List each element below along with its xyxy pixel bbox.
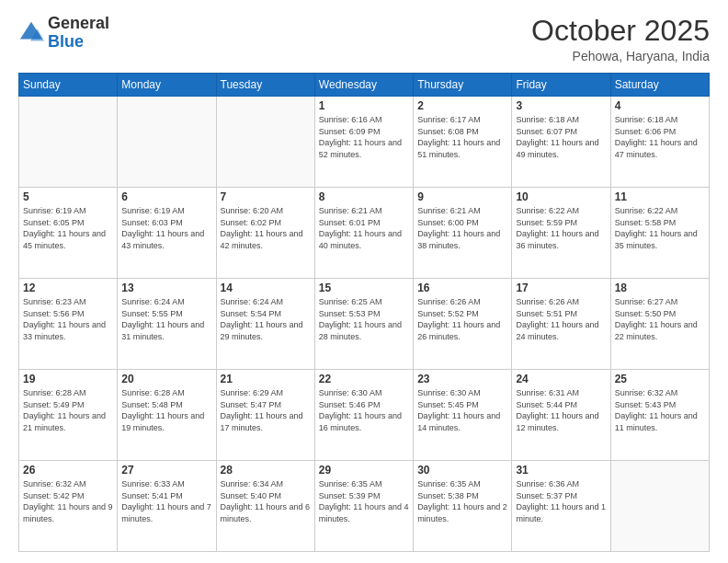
calendar-cell: 13Sunrise: 6:24 AMSunset: 5:55 PMDayligh… bbox=[118, 279, 216, 370]
day-info: Sunrise: 6:19 AMSunset: 6:03 PMDaylight:… bbox=[121, 205, 211, 251]
logo: General Blue bbox=[18, 15, 109, 52]
day-info: Sunrise: 6:28 AMSunset: 5:48 PMDaylight:… bbox=[121, 387, 211, 433]
day-number: 23 bbox=[417, 373, 507, 385]
calendar-cell: 2Sunrise: 6:17 AMSunset: 6:08 PMDaylight… bbox=[414, 97, 512, 188]
day-info: Sunrise: 6:24 AMSunset: 5:55 PMDaylight:… bbox=[121, 296, 211, 342]
calendar-cell: 5Sunrise: 6:19 AMSunset: 6:05 PMDaylight… bbox=[19, 188, 118, 279]
calendar-cell: 15Sunrise: 6:25 AMSunset: 5:53 PMDayligh… bbox=[314, 279, 413, 370]
day-number: 15 bbox=[319, 282, 409, 294]
week-row-1: 1Sunrise: 6:16 AMSunset: 6:09 PMDaylight… bbox=[19, 97, 710, 188]
calendar-cell: 29Sunrise: 6:35 AMSunset: 5:39 PMDayligh… bbox=[314, 461, 413, 552]
day-number: 3 bbox=[516, 99, 606, 112]
day-info: Sunrise: 6:35 AMSunset: 5:39 PMDaylight:… bbox=[319, 478, 409, 524]
day-number: 24 bbox=[516, 373, 606, 385]
calendar-cell bbox=[610, 461, 709, 552]
logo-blue: Blue bbox=[48, 33, 109, 52]
day-info: Sunrise: 6:32 AMSunset: 5:43 PMDaylight:… bbox=[615, 387, 705, 433]
weekday-header-thursday: Thursday bbox=[414, 74, 512, 97]
logo-general: General bbox=[48, 15, 109, 33]
day-info: Sunrise: 6:31 AMSunset: 5:44 PMDaylight:… bbox=[516, 387, 606, 433]
calendar-cell: 20Sunrise: 6:28 AMSunset: 5:48 PMDayligh… bbox=[118, 370, 216, 461]
calendar-cell: 31Sunrise: 6:36 AMSunset: 5:37 PMDayligh… bbox=[512, 461, 610, 552]
day-number: 25 bbox=[615, 373, 705, 385]
weekday-header-sunday: Sunday bbox=[19, 74, 118, 97]
weekday-header-tuesday: Tuesday bbox=[216, 74, 314, 97]
calendar-cell: 16Sunrise: 6:26 AMSunset: 5:52 PMDayligh… bbox=[414, 279, 512, 370]
calendar-cell: 22Sunrise: 6:30 AMSunset: 5:46 PMDayligh… bbox=[314, 370, 413, 461]
calendar-table: SundayMondayTuesdayWednesdayThursdayFrid… bbox=[18, 73, 710, 552]
day-number: 12 bbox=[23, 282, 113, 294]
day-number: 21 bbox=[221, 373, 311, 385]
calendar-cell: 18Sunrise: 6:27 AMSunset: 5:50 PMDayligh… bbox=[610, 279, 709, 370]
weekday-header-saturday: Saturday bbox=[610, 74, 709, 97]
day-info: Sunrise: 6:25 AMSunset: 5:53 PMDaylight:… bbox=[319, 296, 409, 342]
calendar-cell: 19Sunrise: 6:28 AMSunset: 5:49 PMDayligh… bbox=[19, 370, 118, 461]
calendar-cell: 10Sunrise: 6:22 AMSunset: 5:59 PMDayligh… bbox=[512, 188, 610, 279]
day-info: Sunrise: 6:26 AMSunset: 5:51 PMDaylight:… bbox=[516, 296, 606, 342]
calendar-cell: 27Sunrise: 6:33 AMSunset: 5:41 PMDayligh… bbox=[118, 461, 216, 552]
week-row-4: 19Sunrise: 6:28 AMSunset: 5:49 PMDayligh… bbox=[19, 370, 710, 461]
day-number: 16 bbox=[417, 282, 507, 294]
calendar-cell: 23Sunrise: 6:30 AMSunset: 5:45 PMDayligh… bbox=[414, 370, 512, 461]
calendar-cell: 21Sunrise: 6:29 AMSunset: 5:47 PMDayligh… bbox=[216, 370, 314, 461]
day-number: 5 bbox=[23, 190, 113, 203]
calendar-cell: 26Sunrise: 6:32 AMSunset: 5:42 PMDayligh… bbox=[19, 461, 118, 552]
calendar-cell: 8Sunrise: 6:21 AMSunset: 6:01 PMDaylight… bbox=[314, 188, 413, 279]
calendar-cell: 1Sunrise: 6:16 AMSunset: 6:09 PMDaylight… bbox=[314, 97, 413, 188]
day-info: Sunrise: 6:16 AMSunset: 6:09 PMDaylight:… bbox=[319, 114, 409, 160]
day-number: 1 bbox=[319, 99, 409, 112]
week-row-5: 26Sunrise: 6:32 AMSunset: 5:42 PMDayligh… bbox=[19, 461, 710, 552]
day-number: 19 bbox=[23, 373, 113, 385]
calendar-cell: 25Sunrise: 6:32 AMSunset: 5:43 PMDayligh… bbox=[610, 370, 709, 461]
calendar-cell: 24Sunrise: 6:31 AMSunset: 5:44 PMDayligh… bbox=[512, 370, 610, 461]
calendar-cell: 9Sunrise: 6:21 AMSunset: 6:00 PMDaylight… bbox=[414, 188, 512, 279]
day-number: 7 bbox=[221, 190, 311, 203]
day-number: 26 bbox=[23, 464, 113, 477]
calendar-cell: 3Sunrise: 6:18 AMSunset: 6:07 PMDaylight… bbox=[512, 97, 610, 188]
calendar-cell: 4Sunrise: 6:18 AMSunset: 6:06 PMDaylight… bbox=[610, 97, 709, 188]
title-block: October 2025 Pehowa, Haryana, India bbox=[531, 15, 710, 63]
day-info: Sunrise: 6:30 AMSunset: 5:46 PMDaylight:… bbox=[319, 387, 409, 433]
day-info: Sunrise: 6:18 AMSunset: 6:06 PMDaylight:… bbox=[615, 114, 705, 160]
calendar-cell: 30Sunrise: 6:35 AMSunset: 5:38 PMDayligh… bbox=[414, 461, 512, 552]
day-number: 27 bbox=[121, 464, 211, 477]
day-info: Sunrise: 6:26 AMSunset: 5:52 PMDaylight:… bbox=[417, 296, 507, 342]
day-info: Sunrise: 6:18 AMSunset: 6:07 PMDaylight:… bbox=[516, 114, 606, 160]
day-number: 14 bbox=[221, 282, 311, 294]
day-info: Sunrise: 6:17 AMSunset: 6:08 PMDaylight:… bbox=[417, 114, 507, 160]
day-number: 2 bbox=[417, 99, 507, 112]
calendar-cell: 14Sunrise: 6:24 AMSunset: 5:54 PMDayligh… bbox=[216, 279, 314, 370]
logo-icon bbox=[18, 20, 44, 46]
weekday-header-monday: Monday bbox=[118, 74, 216, 97]
day-number: 8 bbox=[319, 190, 409, 203]
day-number: 4 bbox=[615, 99, 705, 112]
day-number: 22 bbox=[319, 373, 409, 385]
location: Pehowa, Haryana, India bbox=[531, 49, 710, 63]
day-info: Sunrise: 6:21 AMSunset: 6:01 PMDaylight:… bbox=[319, 205, 409, 251]
day-info: Sunrise: 6:36 AMSunset: 5:37 PMDaylight:… bbox=[516, 478, 606, 524]
calendar-cell: 11Sunrise: 6:22 AMSunset: 5:58 PMDayligh… bbox=[610, 188, 709, 279]
calendar-cell: 17Sunrise: 6:26 AMSunset: 5:51 PMDayligh… bbox=[512, 279, 610, 370]
calendar-cell bbox=[19, 97, 118, 188]
day-number: 11 bbox=[615, 190, 705, 203]
weekday-header-friday: Friday bbox=[512, 74, 610, 97]
day-info: Sunrise: 6:29 AMSunset: 5:47 PMDaylight:… bbox=[221, 387, 311, 433]
day-info: Sunrise: 6:20 AMSunset: 6:02 PMDaylight:… bbox=[221, 205, 311, 251]
day-number: 29 bbox=[319, 464, 409, 477]
day-info: Sunrise: 6:21 AMSunset: 6:00 PMDaylight:… bbox=[417, 205, 507, 251]
day-info: Sunrise: 6:35 AMSunset: 5:38 PMDaylight:… bbox=[417, 478, 507, 524]
day-number: 30 bbox=[417, 464, 507, 477]
day-number: 31 bbox=[516, 464, 606, 477]
day-number: 6 bbox=[121, 190, 211, 203]
calendar-cell bbox=[216, 97, 314, 188]
week-row-3: 12Sunrise: 6:23 AMSunset: 5:56 PMDayligh… bbox=[19, 279, 710, 370]
calendar-cell bbox=[118, 97, 216, 188]
day-info: Sunrise: 6:19 AMSunset: 6:05 PMDaylight:… bbox=[23, 205, 113, 251]
day-number: 9 bbox=[417, 190, 507, 203]
logo-text: General Blue bbox=[48, 15, 109, 52]
calendar-cell: 7Sunrise: 6:20 AMSunset: 6:02 PMDaylight… bbox=[216, 188, 314, 279]
day-number: 10 bbox=[516, 190, 606, 203]
weekday-header-row: SundayMondayTuesdayWednesdayThursdayFrid… bbox=[19, 74, 710, 97]
day-info: Sunrise: 6:22 AMSunset: 5:59 PMDaylight:… bbox=[516, 205, 606, 251]
day-info: Sunrise: 6:34 AMSunset: 5:40 PMDaylight:… bbox=[221, 478, 311, 524]
